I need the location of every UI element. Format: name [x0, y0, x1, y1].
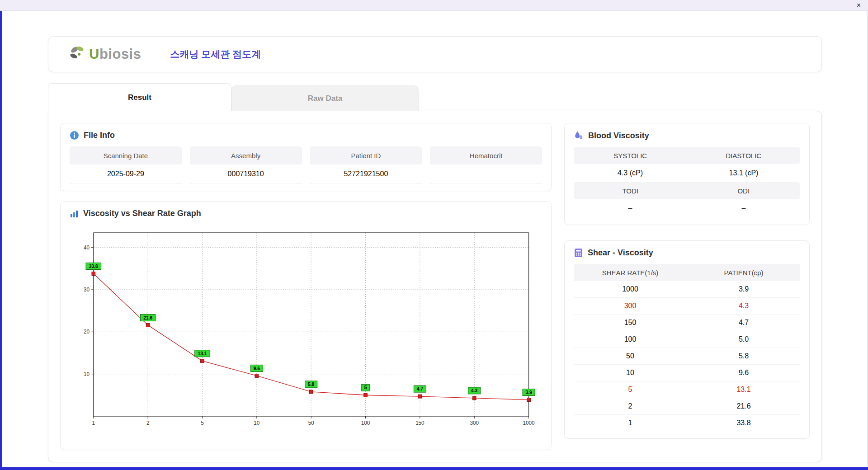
- window-titlebar: ×: [0, 0, 868, 11]
- patient-viscosity-cell: 5.8: [687, 348, 800, 364]
- patient-viscosity-cell: 13.1: [687, 381, 800, 398]
- svg-text:20: 20: [84, 329, 90, 335]
- file-info-header: File Info: [70, 131, 542, 140]
- blood-viscosity-table: SYSTOLIC DIASTOLIC 4.3 (cP) 13.1 (cP) TO…: [574, 147, 800, 217]
- bv-header-cell: DIASTOLIC: [687, 147, 801, 164]
- bv-value-cell: –: [574, 199, 687, 217]
- graph-title: Viscosity vs Shear Rate Graph: [83, 209, 201, 218]
- shear-table-row: 1 33.8: [574, 415, 800, 431]
- svg-text:150: 150: [415, 420, 425, 426]
- shear-rate-cell: 150: [574, 315, 687, 331]
- file-info-fields: Scanning Date 2025-09-29 Assembly 000719…: [70, 146, 542, 183]
- svg-text:5: 5: [364, 385, 367, 390]
- file-info-card: File Info Scanning Date 2025-09-29 Assem…: [60, 123, 552, 191]
- svg-text:4.7: 4.7: [417, 386, 423, 391]
- graph-card: Viscosity vs Shear Rate Graph 1020304012…: [60, 201, 552, 450]
- shear-col-header: PATIENT(cp): [687, 264, 800, 281]
- shear-table-row: 300 4.3: [574, 298, 800, 315]
- file-info-field-assembly: Assembly 000719310: [190, 146, 302, 183]
- bv-value-row-1: – –: [574, 199, 800, 217]
- tab-bar: Result Raw Data: [48, 83, 822, 111]
- bv-header-row-0: SYSTOLIC DIASTOLIC: [574, 147, 800, 164]
- patient-viscosity-cell: 4.3: [687, 298, 800, 314]
- patient-viscosity-cell: 33.8: [687, 415, 800, 431]
- graph-header: Viscosity vs Shear Rate Graph: [70, 209, 542, 218]
- app-root: Ubiosis 스캐닝 모세관 점도계 Result Raw Data: [0, 36, 868, 462]
- blood-viscosity-title: Blood Viscosity: [588, 131, 649, 141]
- svg-text:1: 1: [92, 420, 95, 426]
- svg-text:10: 10: [254, 420, 259, 426]
- shear-table-row: 1000 3.9: [574, 281, 800, 298]
- field-value: 2025-09-29: [70, 164, 182, 183]
- svg-text:5: 5: [201, 420, 204, 426]
- file-info-title: File Info: [84, 131, 115, 140]
- shear-rate-cell: 10: [574, 365, 687, 381]
- shear-table-row: 10 9.6: [574, 365, 800, 381]
- file-info-field-scanning-date: Scanning Date 2025-09-29: [70, 146, 182, 183]
- bv-value-cell: 4.3 (cP): [574, 164, 687, 182]
- shear-table-header: SHEAR RATE(1/s) PATIENT(cp): [574, 264, 800, 281]
- right-column: Blood Viscosity SYSTOLIC DIASTOLIC 4.3 (…: [564, 123, 810, 450]
- file-info-field-patient-id: Patient ID 52721921500: [310, 146, 422, 183]
- bv-header-cell: TODI: [574, 182, 687, 199]
- shear-table-row: 150 4.7: [574, 315, 800, 331]
- shear-viscosity-header: Shear - Viscosity: [574, 248, 800, 258]
- field-label: Scanning Date: [70, 146, 182, 164]
- shear-rate-cell: 2: [574, 398, 687, 414]
- blood-viscosity-header: Blood Viscosity: [574, 131, 800, 141]
- field-value: 000719310: [190, 164, 302, 183]
- shear-viscosity-title: Shear - Viscosity: [588, 248, 653, 258]
- shear-table-row: 2 21.6: [574, 398, 800, 415]
- shear-rate-cell: 1000: [574, 281, 687, 297]
- bv-value-row-0: 4.3 (cP) 13.1 (cP): [574, 164, 800, 182]
- shear-rate-cell: 1: [574, 415, 687, 431]
- left-column: File Info Scanning Date 2025-09-29 Assem…: [60, 123, 552, 450]
- app-title: 스캐닝 모세관 점도계: [170, 48, 261, 61]
- file-info-field-hematocrit: Hematocrit: [430, 146, 542, 183]
- shear-table-row: 5 13.1: [574, 381, 800, 398]
- bv-header-row-1: TODI ODI: [574, 182, 800, 199]
- field-value: [430, 164, 542, 183]
- svg-text:33.8: 33.8: [89, 264, 98, 269]
- svg-text:21.6: 21.6: [143, 315, 152, 320]
- main-content-panel: File Info Scanning Date 2025-09-29 Assem…: [48, 111, 822, 462]
- shear-rate-cell: 5: [574, 381, 687, 398]
- patient-viscosity-cell: 3.9: [687, 281, 800, 297]
- patient-viscosity-cell: 21.6: [687, 398, 800, 414]
- svg-text:300: 300: [470, 420, 479, 426]
- bv-value-cell: 13.1 (cP): [687, 164, 800, 182]
- tab-result[interactable]: Result: [48, 83, 231, 111]
- viscosity-chart-svg: 102030401251050100150300100033.821.613.1…: [73, 226, 538, 442]
- svg-text:3.9: 3.9: [525, 390, 532, 395]
- droplets-icon: [574, 131, 584, 141]
- calculator-icon: [574, 248, 583, 258]
- shear-rate-cell: 50: [574, 348, 687, 364]
- blood-viscosity-card: Blood Viscosity SYSTOLIC DIASTOLIC 4.3 (…: [564, 123, 810, 225]
- svg-text:13.1: 13.1: [198, 351, 207, 356]
- shear-rate-cell: 100: [574, 331, 687, 348]
- svg-text:40: 40: [84, 244, 90, 251]
- shear-table-row: 50 5.8: [574, 348, 800, 365]
- field-label: Hematocrit: [430, 146, 542, 164]
- logo-text: Ubiosis: [89, 46, 141, 62]
- window-close-button[interactable]: ×: [857, 2, 861, 9]
- shear-col-header: SHEAR RATE(1/s): [574, 264, 687, 281]
- shear-rate-cell: 300: [574, 298, 687, 314]
- patient-viscosity-cell: 9.6: [687, 365, 800, 381]
- viscosity-chart: 102030401251050100150300100033.821.613.1…: [70, 225, 542, 442]
- svg-text:10: 10: [84, 371, 90, 377]
- field-label: Assembly: [190, 146, 302, 164]
- shear-viscosity-card: Shear - Viscosity SHEAR RATE(1/s) PATIEN…: [564, 240, 810, 439]
- svg-text:4.3: 4.3: [471, 388, 477, 393]
- ubiosis-logo: Ubiosis: [69, 45, 141, 63]
- field-label: Patient ID: [310, 146, 422, 164]
- bv-header-cell: ODI: [687, 182, 801, 199]
- info-icon: [70, 131, 79, 140]
- bv-header-cell: SYSTOLIC: [574, 147, 687, 164]
- logo-leaf-icon: [69, 45, 87, 63]
- shear-viscosity-table: SHEAR RATE(1/s) PATIENT(cp) 1000 3.9 300…: [574, 264, 800, 431]
- tab-raw-data[interactable]: Raw Data: [231, 85, 419, 111]
- svg-text:1000: 1000: [523, 420, 535, 426]
- bv-value-cell: –: [687, 199, 800, 217]
- svg-text:50: 50: [308, 420, 314, 426]
